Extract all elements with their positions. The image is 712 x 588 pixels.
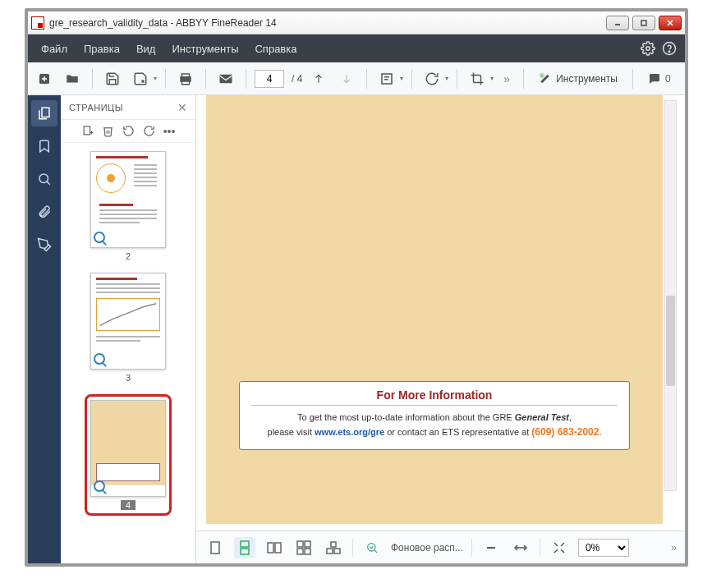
rotate-button[interactable] <box>420 67 443 90</box>
left-rail <box>28 95 61 563</box>
dropdown-icon[interactable]: ▾ <box>445 75 448 82</box>
page-canvas: For More Information To get the most up-… <box>206 95 663 524</box>
menu-tools[interactable]: Инструменты <box>163 38 246 60</box>
view-two-page[interactable] <box>264 537 285 558</box>
save-as-button[interactable] <box>129 67 152 90</box>
svg-line-42 <box>554 549 558 553</box>
app-logo-icon <box>31 16 44 30</box>
view-strip: Фоновое расп... 0% » <box>196 531 685 563</box>
svg-line-41 <box>561 543 564 546</box>
open-button[interactable] <box>61 67 84 90</box>
toolbar: ▾ / 4 ▾ ▾ ▾ » Инструменты 0 <box>28 62 685 95</box>
info-body: To get the most up-to-date information a… <box>251 411 618 439</box>
view-continuous[interactable] <box>234 537 255 558</box>
svg-line-40 <box>554 543 558 546</box>
status-badge-icon <box>94 480 107 494</box>
dropdown-icon[interactable]: ▾ <box>400 75 403 82</box>
menu-view[interactable]: Вид <box>128 38 164 60</box>
svg-rect-1 <box>641 21 646 25</box>
menu-help[interactable]: Справка <box>246 38 305 60</box>
svg-line-20 <box>47 181 49 184</box>
svg-rect-11 <box>181 76 191 80</box>
page-number-input[interactable] <box>255 70 284 88</box>
thumbnail-page-2[interactable]: 2 <box>90 151 166 261</box>
svg-rect-31 <box>297 549 303 554</box>
status-badge-icon <box>94 353 107 366</box>
scrollbar-thumb[interactable] <box>666 296 675 386</box>
svg-rect-34 <box>327 549 333 554</box>
add-page-icon[interactable] <box>81 125 94 137</box>
maximize-button[interactable] <box>632 16 655 30</box>
view-two-continuous[interactable] <box>293 537 315 558</box>
thumbnail-page-4[interactable]: 4 <box>85 394 172 516</box>
fit-page-button[interactable] <box>549 537 570 558</box>
svg-rect-26 <box>241 549 249 554</box>
rail-bookmarks[interactable] <box>31 133 57 159</box>
rotate-left-icon[interactable] <box>122 125 135 137</box>
svg-point-6 <box>668 51 670 53</box>
print-button[interactable] <box>174 67 197 90</box>
minimize-button[interactable] <box>606 16 629 30</box>
thumbnail-number: 4 <box>121 500 136 510</box>
dropdown-icon[interactable]: ▾ <box>154 75 157 82</box>
thumbnails-list: 2 3 <box>61 143 195 563</box>
comments-button[interactable]: 0 <box>641 67 678 90</box>
titlebar: gre_research_validity_data - ABBYY FineR… <box>28 11 685 34</box>
email-button[interactable] <box>214 67 237 90</box>
help-icon[interactable] <box>659 38 680 59</box>
svg-rect-33 <box>331 542 336 547</box>
toolbar-overflow[interactable]: » <box>498 72 515 85</box>
status-badge-icon <box>94 232 107 245</box>
close-panel-icon[interactable]: ✕ <box>177 101 188 114</box>
view-single-page[interactable] <box>204 537 226 558</box>
window-title: gre_research_validity_data - ABBYY FineR… <box>49 17 606 29</box>
rail-signature[interactable] <box>31 232 57 258</box>
next-page-button[interactable] <box>335 67 358 90</box>
rail-search[interactable] <box>31 166 57 192</box>
prev-page-button[interactable] <box>307 67 330 90</box>
svg-line-43 <box>561 549 564 553</box>
svg-rect-25 <box>241 541 249 547</box>
viewstrip-overflow[interactable]: » <box>671 542 677 554</box>
menubar: Файл Правка Вид Инструменты Справка <box>28 34 685 62</box>
menu-file[interactable]: Файл <box>33 38 76 60</box>
pages-panel-tools: ••• <box>61 120 195 143</box>
save-button[interactable] <box>101 67 124 90</box>
document-viewer[interactable]: For More Information To get the most up-… <box>196 95 685 531</box>
rail-pages[interactable] <box>31 100 57 126</box>
dropdown-icon[interactable]: ▾ <box>490 75 494 82</box>
settings-icon[interactable] <box>637 38 659 59</box>
vertical-scrollbar[interactable] <box>664 100 677 491</box>
zoom-out-button[interactable] <box>480 537 502 558</box>
panel-more-icon[interactable]: ••• <box>163 125 176 138</box>
comments-count: 0 <box>665 73 671 85</box>
svg-rect-28 <box>275 543 281 553</box>
svg-point-4 <box>646 47 650 51</box>
thumbnail-number: 2 <box>126 251 131 261</box>
svg-rect-21 <box>84 126 90 135</box>
add-page-button[interactable] <box>33 67 56 90</box>
zoom-select[interactable]: 0% <box>578 539 629 557</box>
svg-rect-18 <box>42 108 49 117</box>
window-frame: gre_research_validity_data - ABBYY FineR… <box>25 8 688 567</box>
svg-rect-32 <box>305 549 310 554</box>
delete-page-icon[interactable] <box>102 125 114 137</box>
crop-button[interactable] <box>466 67 489 90</box>
recognize-button[interactable] <box>375 67 398 90</box>
pages-panel-header: СТРАНИЦЫ ✕ <box>61 95 195 120</box>
rotate-right-icon[interactable] <box>143 125 155 137</box>
recognition-mode-label[interactable]: Фоновое расп... <box>391 542 463 554</box>
view-cover[interactable] <box>323 537 344 558</box>
recognition-mode-icon[interactable] <box>361 537 383 558</box>
menu-edit[interactable]: Правка <box>76 38 128 60</box>
thumbnail-number: 3 <box>126 373 131 383</box>
tools-toggle[interactable]: Инструменты <box>532 67 624 90</box>
svg-rect-35 <box>334 549 340 554</box>
close-button[interactable] <box>659 16 682 30</box>
wand-icon <box>539 72 552 85</box>
svg-rect-12 <box>220 74 232 83</box>
fit-width-button[interactable] <box>510 537 531 558</box>
pages-panel-title: СТРАНИЦЫ <box>69 103 123 113</box>
thumbnail-page-3[interactable]: 3 <box>90 273 166 383</box>
rail-attachments[interactable] <box>31 199 57 225</box>
